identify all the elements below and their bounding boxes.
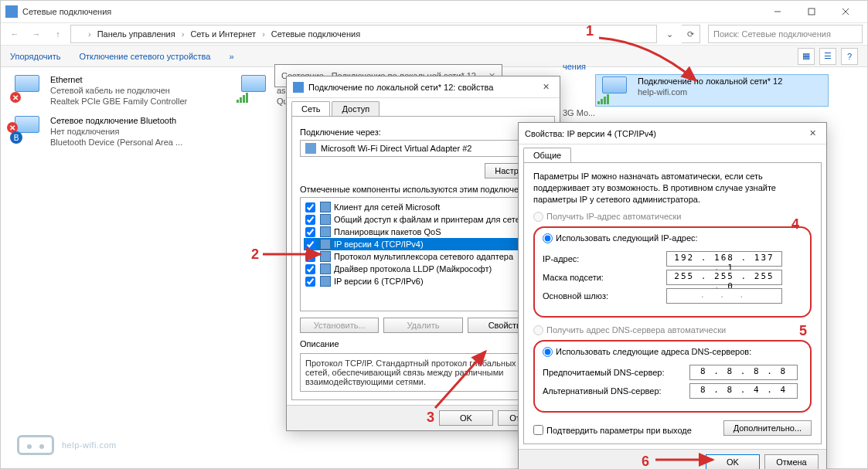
back-button[interactable]: ← [5,25,24,43]
annotation-number: 4 [791,216,799,233]
dns1-label: Предпочитаемый DNS-сервер: [543,368,689,377]
component-checkbox[interactable] [305,240,315,250]
ip-label: IP-адрес: [543,254,666,263]
close-icon[interactable]: ✕ [805,128,820,138]
component-checkbox[interactable] [305,277,315,287]
dns-fieldset: Использовать следующие адреса DNS-сервер… [533,340,812,413]
dns2-label: Альтернативный DNS-сервер: [543,386,689,396]
breadcrumb[interactable]: › Панель управления› Сеть и Интернет› Се… [70,25,657,43]
disable-device-button[interactable]: Отключение сетевого устройства [79,52,210,61]
radio-input[interactable] [543,347,553,357]
alternate-dns-input[interactable]: 8 . 8 . 4 . 4 [689,383,798,399]
component-icon [320,214,331,225]
svg-rect-1 [808,8,815,15]
list-item: Драйвер протокола LLDP (Майкрософт) [304,263,543,275]
adapter-status: Сетевой кабель не подключен [50,86,187,97]
bluetooth-icon: B [10,131,22,144]
window-title: Сетевые подключения [22,7,111,16]
ok-button[interactable]: OK [706,454,760,469]
refresh-button[interactable]: ⟳ [682,25,700,43]
preferred-dns-input[interactable]: 8 . 8 . 8 . 8 [689,365,798,380]
adapter-lan12[interactable]: Подключение по локальной сети* 12 help-w… [596,75,828,106]
component-label: Драйвер протокола LLDP (Майкрософт) [334,264,492,274]
component-label: Общий доступ к файлам и принтерам для се… [334,215,525,224]
window-icon [5,5,18,18]
radio-ip-manual[interactable]: Использовать следующий IP-адрес: [543,233,701,243]
mask-label: Маска подсети: [543,273,666,282]
component-checkbox[interactable] [305,264,315,274]
component-icon [320,239,331,250]
adapter-ethernet[interactable]: ✕ Ethernet Сетевой кабель не подключен R… [10,75,203,107]
list-item: Общий доступ к файлам и принтерам для се… [304,213,543,226]
components-listbox[interactable]: Клиент для сетей Microsoft Общий доступ … [300,197,546,311]
dialog-tabs: Общие [519,144,826,162]
organize-menu[interactable]: Упорядочить [10,52,60,61]
search-box[interactable]: Поиск: Сетевые подключения [708,25,863,43]
list-item-selected: IP версии 4 (TCP/IPv4) [304,238,543,250]
adapter-driver: Bluetooth Device (Personal Area ... [50,138,182,148]
radio-dns-manual[interactable]: Использовать следующие адреса DNS-сервер… [543,347,754,357]
install-button[interactable]: Установить... [300,318,379,333]
adapter-status: Нет подключения [50,127,182,138]
up-button[interactable]: ↑ [49,25,67,43]
signal-bars-icon [597,94,609,104]
breadcrumb-item[interactable]: Сетевые подключения [268,28,363,40]
breadcrumb-item[interactable]: Панель управления [94,28,179,40]
help-button[interactable]: ? [841,48,858,65]
peek-text: чения [563,62,586,71]
component-label: Клиент для сетей Microsoft [334,202,440,212]
adapter-bluetooth[interactable]: ✕B Сетевое подключение Bluetooth Нет под… [10,116,203,148]
confirm-on-exit-checkbox[interactable]: Подтвердить параметры при выходе [533,425,692,435]
checkbox-input[interactable] [533,425,543,435]
component-checkbox[interactable] [305,202,315,212]
radio-input[interactable] [543,233,553,243]
ip-address-input[interactable]: 192 . 168 . 137 . 1 [666,251,782,267]
dialog-titlebar[interactable]: Подключение по локальной сети* 12: свойс… [287,76,560,98]
tab-network[interactable]: Сеть [291,101,330,116]
component-label: Планировщик пакетов QoS [334,227,441,236]
gateway-input[interactable]: . . . [666,288,782,304]
component-label: Протокол мультиплексора сетевого адаптер… [334,252,513,261]
radio-ip-auto[interactable]: Получить IP-адрес автоматически [533,212,812,222]
adapter-name-value: Microsoft Wi-Fi Direct Virtual Adapter #… [321,144,471,153]
history-dropdown[interactable]: ⌄ [660,25,679,43]
address-bar: ← → ↑ › Панель управления› Сеть и Интерн… [1,22,867,46]
radio-label: Получить IP-адрес автоматически [546,212,681,221]
close-button[interactable] [829,1,863,22]
checkbox-label: Подтвердить параметры при выходе [546,426,692,435]
cancel-button[interactable]: Отмена [764,454,819,469]
list-item: Планировщик пакетов QoS [304,226,543,238]
watermark-text: help-wifi.com [62,440,117,450]
view-icons-button[interactable]: ▦ [798,48,815,65]
ip-fieldset: Использовать следующий IP-адрес: IP-адре… [533,226,812,318]
view-details-button[interactable]: ☰ [819,48,836,65]
list-item: IP версии 6 (TCP/IPv6) [304,275,543,287]
tab-general[interactable]: Общие [523,148,571,162]
minimize-button[interactable] [761,1,795,22]
dialog-titlebar[interactable]: Свойства: IP версии 4 (TCP/IPv4) ✕ [519,123,826,144]
component-checkbox[interactable] [305,252,315,262]
component-label: IP версии 4 (TCP/IPv4) [334,240,424,249]
component-checkbox[interactable] [305,215,315,225]
close-icon[interactable]: ✕ [538,82,553,92]
subnet-mask-input[interactable]: 255 . 255 . 255 . 0 [666,270,782,285]
radio-dns-auto[interactable]: Получить адрес DNS-сервера автоматически [533,325,812,335]
component-icon [320,251,331,262]
ok-button[interactable]: OK [439,410,493,426]
advanced-button[interactable]: Дополнительно... [723,420,812,436]
radio-input[interactable] [533,212,543,222]
overflow-menu[interactable]: » [229,52,233,61]
forward-button[interactable]: → [27,25,46,43]
remove-button[interactable]: Удалить [383,318,462,333]
tab-access[interactable]: Доступ [332,101,380,116]
error-icon: ✕ [10,92,21,103]
maximize-button[interactable] [795,1,829,22]
component-checkbox[interactable] [305,227,315,237]
adapter-ssid: help-wifi.com [638,87,782,98]
breadcrumb-item[interactable]: Сеть и Интернет [187,28,259,40]
component-label: IP версии 6 (TCP/IPv6) [334,277,424,286]
list-item: Клиент для сетей Microsoft [304,201,543,213]
annotation-number: 6 [642,454,649,469]
radio-input[interactable] [533,325,543,335]
breadcrumb-icon [74,29,85,39]
